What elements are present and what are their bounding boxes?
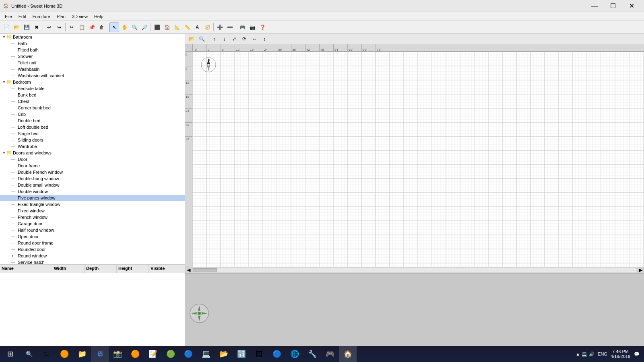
tree-item-shower[interactable]: — Shower [0,53,185,60]
tree-item-toilet[interactable]: — Toilet unit [0,60,185,66]
dimension-button[interactable]: 📏 [182,23,192,32]
paste-button[interactable]: 📌 [87,23,97,32]
taskbar-app7[interactable]: 🖼 [250,346,268,362]
tray-up-arrow[interactable]: ▲ [576,352,580,356]
save-button[interactable]: 💾 [22,23,31,32]
taskbar-edge[interactable]: 🟠 [56,346,73,362]
open-button[interactable]: 📂 [12,23,21,32]
h-scrollbar[interactable]: ◀ ▶ [185,267,644,273]
h-scrollbar-track[interactable] [193,268,636,272]
tree-item-bath[interactable]: — Bath [0,40,185,47]
tree-category-doors-windows[interactable]: ▼ 📁 Doors and windows [0,150,185,156]
taskbar-chrome[interactable]: 🌐 [286,346,303,362]
polyline-button[interactable]: 📐 [172,23,182,32]
tree-item-wardrobe[interactable]: — Wardrobe [0,143,185,150]
tree-item-double-small-window[interactable]: — Double small window [0,182,185,188]
expand-bedroom[interactable]: ▼ [2,80,6,84]
h-scrollbar-thumb[interactable] [193,268,217,272]
photo-button[interactable]: 📷 [248,23,257,32]
minimize-button[interactable]: — [585,0,604,12]
taskbar-terminal[interactable]: 💻 [197,346,215,362]
tree-item-crib[interactable]: — Crib [0,111,185,117]
tree-item-french-window[interactable]: — French window [0,214,185,220]
expand-bathroom[interactable]: ▼ [2,35,6,39]
close-plan-button[interactable]: ✖ [32,23,41,32]
tree-item-double-french-window[interactable]: — Double French window [0,169,185,175]
cut-button[interactable]: ✂ [67,23,76,32]
taskbar-monitor[interactable]: 🖥 [91,346,109,362]
zoom-in-button[interactable]: 🔍 [130,23,139,32]
tray-network[interactable]: 💻 [582,352,587,357]
tree-item-round-window[interactable]: ● Round window [0,253,185,259]
canvas-open-button[interactable]: 📂 [187,34,196,44]
canvas-up-button[interactable]: ↑ [209,34,219,44]
canvas-flip-v-button[interactable]: ↕ [260,34,269,44]
zoom-out-button[interactable]: 🔎 [140,23,149,32]
tree-item-bedside-table[interactable]: — Bedside table [0,85,185,92]
scroll-left-button[interactable]: ◀ [185,267,192,273]
delete-button[interactable]: 🗑 [97,23,107,32]
tree-item-double-hung-window[interactable]: — Double-hung window [0,175,185,182]
redo-button[interactable]: ↪ [54,23,64,32]
tree-category-bedroom[interactable]: ▼ 📁 Bedroom [0,79,185,85]
tree-item-bunk-bed[interactable]: — Bunk bed [0,92,185,98]
help-button[interactable]: ❓ [258,23,267,32]
taskbar-app4[interactable]: 🟢 [162,346,180,362]
tree-item-door-frame[interactable]: — Door frame [0,162,185,169]
start-button[interactable]: ⊞ [0,346,20,362]
floor-plan-grid[interactable]: N [192,52,644,267]
menu-help[interactable]: Help [91,13,107,20]
taskbar-calc[interactable]: 🔢 [233,346,250,362]
taskbar-task-view[interactable]: 🗂 [38,346,56,362]
undo-button[interactable]: ↩ [44,23,54,32]
canvas-search-button[interactable]: 🔍 [197,34,206,44]
tree-item-round-door-frame[interactable]: — Round door frame [0,240,185,246]
pan-button[interactable]: ✋ [120,23,129,32]
canvas-down-button[interactable]: ↓ [219,34,229,44]
clock[interactable]: 7:46 PM 4/19/2019 [611,349,630,359]
tree-item-washbasin-cabinet[interactable]: — Washbasin with cabinet [0,72,185,79]
zoomin-button[interactable]: ➕ [215,23,225,32]
menu-edit[interactable]: Edit [15,13,29,20]
tree-item-service-hatch[interactable]: — Service hatch [0,259,185,265]
3d-nav-compass[interactable] [189,303,209,323]
taskbar-app3[interactable]: 🟠 [126,346,144,362]
3d-button[interactable]: 🎮 [237,23,247,32]
tree-item-garage-door[interactable]: — Garage door [0,220,185,227]
tray-notification[interactable]: 💬 [634,352,640,357]
tree-item-double-window[interactable]: — Double window [0,188,185,195]
expand-doors-windows[interactable]: ▼ [2,151,6,155]
tree-item-fixed-window[interactable]: — Fixed window [0,208,185,214]
wall-button[interactable]: ⬛ [152,23,162,32]
canvas-flip-button[interactable]: ↔ [250,34,259,44]
canvas-tilt-button[interactable]: ⤢ [229,34,239,44]
tree-item-corner-bunk-bed[interactable]: — Corner bunk bed [0,105,185,111]
canvas-rotate-button[interactable]: ⟳ [239,34,249,44]
scroll-right-button[interactable]: ▶ [637,267,644,273]
taskbar-app5[interactable]: 🔵 [180,346,197,362]
tree-item-half-round-window[interactable]: — Half round window [0,227,185,233]
taskbar-app10[interactable]: 🎮 [321,346,339,362]
tree-item-loft-double-bed[interactable]: — Loft double bed [0,124,185,130]
furniture-tree[interactable]: ▼ 📁 Bathroom — Bath — Fitted bath — Show… [0,34,185,265]
close-button[interactable]: ✕ [622,0,641,12]
compass-button[interactable]: 🧭 [202,23,212,32]
new-button[interactable]: 📄 [2,23,11,32]
menu-3dview[interactable]: 3D view [69,13,91,20]
tree-item-chest[interactable]: — Chest [0,98,185,105]
taskbar-search[interactable]: 🔍 [20,346,38,362]
room-button[interactable]: 🏠 [162,23,172,32]
taskbar-app6[interactable]: 📂 [215,346,233,362]
taskbar-notepad[interactable]: 📝 [144,346,162,362]
menu-furniture[interactable]: Furniture [29,13,54,20]
tree-category-bathroom[interactable]: ▼ 📁 Bathroom [0,34,185,40]
tree-item-washbasin[interactable]: — Washbasin [0,66,185,72]
tree-item-open-door[interactable]: — Open door [0,233,185,240]
taskbar-app2[interactable]: 📸 [109,346,126,362]
label-button[interactable]: A [192,23,202,32]
select-button[interactable]: ↖ [109,23,119,32]
copy-button[interactable]: 📋 [77,23,87,32]
tree-item-double-bed[interactable]: — Double bed [0,117,185,124]
tree-item-fitted-bath[interactable]: — Fitted bath [0,47,185,53]
tree-item-sliding-doors[interactable]: — Sliding doors [0,137,185,143]
